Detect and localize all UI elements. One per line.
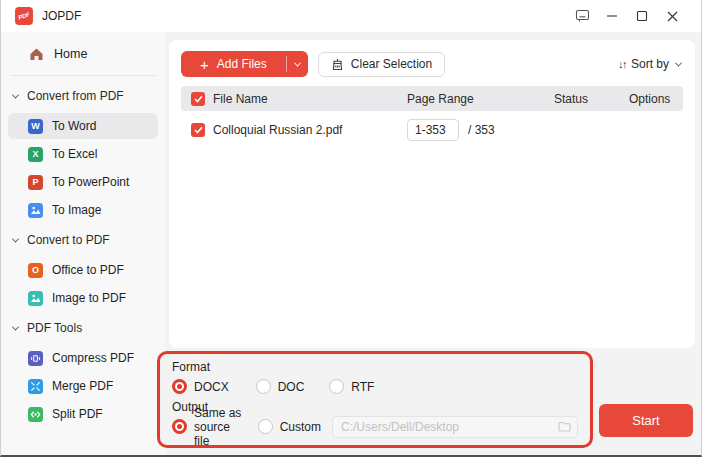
- sidebar-item-label: To PowerPoint: [52, 175, 129, 189]
- titlebar: PDF JOPDF: [1, 0, 701, 32]
- maximize-button[interactable]: [627, 3, 657, 29]
- table-row[interactable]: Colloquial Russian 2.pdf / 353: [181, 114, 683, 146]
- custom-path-wrap: [332, 416, 578, 438]
- clear-selection-icon: [331, 58, 344, 71]
- select-all-checkbox[interactable]: [191, 92, 205, 106]
- sidebar-section-convert-from-pdf[interactable]: Convert from PDF: [1, 81, 165, 111]
- sidebar-item-label: To Image: [52, 203, 101, 217]
- radio-same-as-source[interactable]: [172, 419, 187, 434]
- add-files-button[interactable]: + Add Files: [181, 51, 308, 77]
- sidebar-item-home[interactable]: Home: [1, 38, 165, 70]
- sidebar-item-label: Office to PDF: [52, 263, 124, 277]
- feedback-button[interactable]: [567, 3, 597, 29]
- file-list-panel: + Add Files Clear Selection: [169, 40, 695, 348]
- sidebar-item-merge-pdf[interactable]: Merge PDF: [8, 373, 158, 399]
- check-icon: [194, 95, 203, 103]
- add-files-label: Add Files: [217, 57, 267, 71]
- radio-doc-label[interactable]: DOC: [278, 380, 305, 394]
- sidebar-section-label: PDF Tools: [27, 321, 82, 335]
- check-icon: [194, 126, 203, 134]
- sidebar-section-label: Convert from PDF: [27, 89, 124, 103]
- column-header-status: Status: [544, 92, 619, 106]
- sidebar-item-split-pdf[interactable]: Split PDF: [8, 401, 158, 427]
- sidebar: Home Convert from PDF W To Word X To Exc…: [1, 32, 165, 455]
- sidebar-item-office-to-pdf[interactable]: O Office to PDF: [8, 257, 158, 283]
- sort-by-label: Sort by: [631, 57, 669, 71]
- app-logo-icon: PDF: [15, 7, 33, 25]
- close-button[interactable]: [657, 3, 687, 29]
- add-files-dropdown-button[interactable]: [287, 51, 308, 77]
- sidebar-item-image-to-pdf[interactable]: Image to PDF: [8, 285, 158, 311]
- sidebar-item-compress-pdf[interactable]: Compress PDF: [8, 345, 158, 371]
- column-header-page-range: Page Range: [399, 92, 544, 106]
- sort-by-button[interactable]: ↓↑ Sort by: [618, 57, 683, 71]
- excel-icon: X: [28, 147, 43, 162]
- compress-icon: [28, 351, 43, 366]
- page-range-input[interactable]: [407, 119, 459, 141]
- format-options-row: DOCX DOC RTF: [172, 376, 578, 397]
- sidebar-item-label: Split PDF: [52, 407, 103, 421]
- format-output-panel: Format DOCX DOC RTF Output Same as sourc…: [157, 351, 593, 448]
- radio-docx-label[interactable]: DOCX: [194, 380, 229, 394]
- plus-icon: +: [200, 57, 209, 72]
- chevron-down-icon: [675, 59, 682, 66]
- sidebar-item-label: Merge PDF: [52, 379, 113, 393]
- sidebar-divider: [10, 75, 156, 76]
- start-button[interactable]: Start: [599, 404, 693, 437]
- sidebar-section-label: Convert to PDF: [27, 233, 110, 247]
- column-header-file-name: File Name: [213, 92, 399, 106]
- sidebar-section-pdf-tools[interactable]: PDF Tools: [1, 313, 165, 343]
- radio-rtf-label[interactable]: RTF: [351, 380, 374, 394]
- sidebar-item-to-powerpoint[interactable]: P To PowerPoint: [8, 169, 158, 195]
- minimize-icon: [606, 10, 618, 22]
- powerpoint-icon: P: [28, 175, 43, 190]
- sidebar-item-label: Compress PDF: [52, 351, 134, 365]
- merge-icon: [28, 379, 43, 394]
- page-total: / 353: [468, 123, 495, 137]
- app-window: PDF JOPDF: [0, 0, 702, 457]
- image-icon: [28, 203, 43, 218]
- sidebar-item-to-image[interactable]: To Image: [8, 197, 158, 223]
- clear-selection-button[interactable]: Clear Selection: [318, 52, 445, 77]
- add-files-main[interactable]: + Add Files: [181, 51, 286, 77]
- split-icon: [28, 407, 43, 422]
- folder-icon[interactable]: [558, 421, 571, 432]
- chevron-down-icon: [12, 323, 19, 330]
- radio-custom-label[interactable]: Custom: [280, 420, 321, 434]
- close-icon: [667, 11, 678, 22]
- radio-docx[interactable]: [172, 379, 187, 394]
- sidebar-item-to-excel[interactable]: X To Excel: [8, 141, 158, 167]
- sidebar-item-label: To Word: [52, 119, 96, 133]
- format-label: Format: [172, 358, 578, 376]
- output-options-row: Same as source file Custom: [172, 416, 578, 437]
- row-checkbox[interactable]: [191, 123, 205, 137]
- feedback-icon: [575, 9, 590, 23]
- radio-custom[interactable]: [258, 419, 273, 434]
- app-logo-text: PDF: [17, 11, 30, 20]
- sidebar-item-label: To Excel: [52, 147, 97, 161]
- word-icon: W: [28, 119, 43, 134]
- file-name: Colloquial Russian 2.pdf: [213, 123, 399, 137]
- chevron-down-icon: [12, 91, 19, 98]
- image-icon: [28, 291, 43, 306]
- sidebar-item-to-word[interactable]: W To Word: [8, 113, 158, 139]
- home-icon: [29, 47, 44, 61]
- radio-rtf[interactable]: [329, 379, 344, 394]
- office-icon: O: [28, 263, 43, 278]
- radio-doc[interactable]: [256, 379, 271, 394]
- minimize-button[interactable]: [597, 3, 627, 29]
- chevron-down-icon: [12, 235, 19, 242]
- clear-selection-label: Clear Selection: [351, 57, 432, 71]
- sidebar-section-convert-to-pdf[interactable]: Convert to PDF: [1, 225, 165, 255]
- custom-path-input[interactable]: [332, 416, 578, 438]
- sort-icon: ↓↑: [618, 58, 626, 70]
- window-controls: [567, 3, 687, 29]
- column-header-options: Options: [619, 92, 673, 106]
- chevron-down-icon: [294, 59, 301, 66]
- radio-same-as-source-label[interactable]: Same as source file: [194, 406, 244, 448]
- maximize-icon: [636, 10, 648, 22]
- table-header: File Name Page Range Status Options: [181, 86, 683, 111]
- sidebar-home-label: Home: [54, 47, 87, 61]
- sidebar-item-label: Image to PDF: [52, 291, 126, 305]
- toolbar: + Add Files Clear Selection: [181, 48, 683, 80]
